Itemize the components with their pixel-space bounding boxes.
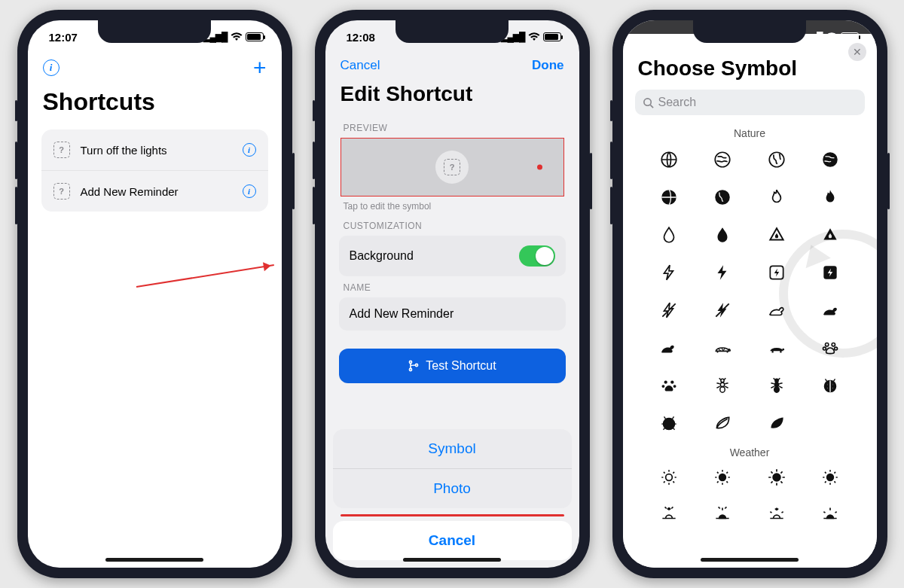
- shortcut-label: Add New Reminder: [81, 185, 232, 198]
- bolt-icon[interactable]: [643, 260, 696, 285]
- home-indicator[interactable]: [403, 558, 501, 562]
- globe-fill-icon[interactable]: [803, 147, 857, 172]
- background-label: Background: [350, 249, 414, 263]
- svg-point-29: [827, 387, 829, 388]
- svg-point-0: [410, 361, 412, 363]
- section-label-preview: PREVIEW: [325, 117, 579, 138]
- svg-point-17: [670, 381, 673, 384]
- shortcut-placeholder-icon: ?: [53, 183, 70, 200]
- hare-fill-icon[interactable]: [643, 335, 696, 361]
- list-item[interactable]: ? Add New Reminder i: [41, 170, 268, 212]
- shortcut-placeholder-icon: ?: [444, 159, 460, 175]
- globe-icon[interactable]: [643, 147, 696, 172]
- status-time: 12:08: [347, 31, 375, 44]
- background-toggle-row[interactable]: Background: [339, 236, 566, 276]
- search-input[interactable]: Search: [635, 90, 865, 115]
- sunrise-fill-icon[interactable]: [696, 501, 750, 526]
- status-time: 12:07: [49, 31, 78, 44]
- svg-point-31: [664, 419, 675, 430]
- home-indicator[interactable]: [105, 558, 203, 562]
- shortcut-label: Turn off the lights: [81, 144, 232, 157]
- leaf-fill-icon[interactable]: [750, 410, 803, 436]
- symbol-preview[interactable]: ?: [341, 138, 564, 197]
- test-shortcut-label: Test Shortcut: [426, 359, 496, 373]
- drop-fill-icon[interactable]: [696, 222, 750, 248]
- pawprint-fill-icon[interactable]: [643, 373, 696, 398]
- sun-fill-icon[interactable]: [750, 465, 803, 490]
- background-toggle[interactable]: [519, 245, 555, 267]
- item-info-icon[interactable]: i: [243, 143, 256, 157]
- drop-icon[interactable]: [643, 222, 696, 248]
- tortoise-icon[interactable]: [696, 335, 750, 361]
- ladybug-icon[interactable]: [803, 373, 857, 398]
- action-sheet: Symbol Photo: [333, 429, 572, 508]
- flame-icon[interactable]: [750, 184, 803, 210]
- svg-point-32: [666, 474, 673, 481]
- symbol-grid-weather: [623, 463, 877, 526]
- globe-fill-icon[interactable]: [643, 184, 696, 210]
- svg-point-16: [664, 381, 667, 384]
- svg-point-33: [719, 474, 726, 481]
- tortoise-fill-icon[interactable]: [750, 335, 803, 361]
- sunset-icon[interactable]: [750, 501, 803, 526]
- sun-icon[interactable]: [643, 465, 696, 490]
- annotation-arrow: [136, 264, 273, 288]
- globe-icon[interactable]: [696, 147, 750, 172]
- svg-point-7: [823, 152, 838, 167]
- svg-point-30: [832, 387, 833, 388]
- sun-fill-icon[interactable]: [803, 465, 857, 490]
- svg-point-35: [827, 474, 834, 481]
- info-icon[interactable]: i: [43, 59, 60, 76]
- bolt-slash-icon[interactable]: [643, 297, 696, 323]
- svg-point-21: [721, 382, 725, 386]
- svg-point-34: [773, 474, 780, 481]
- branch-icon: [408, 360, 420, 372]
- home-indicator[interactable]: [701, 558, 799, 562]
- add-button[interactable]: +: [253, 56, 267, 79]
- globe-icon[interactable]: [750, 147, 803, 172]
- done-button[interactable]: Done: [532, 58, 564, 73]
- status-icons: ▂▄▆█: [799, 32, 858, 42]
- bolt-fill-icon[interactable]: [696, 260, 750, 285]
- svg-point-28: [832, 384, 833, 385]
- flame-fill-icon[interactable]: [803, 184, 857, 210]
- cancel-button[interactable]: Cancel: [341, 58, 380, 73]
- svg-point-22: [720, 387, 725, 393]
- shortcut-placeholder-icon: ?: [53, 142, 70, 158]
- sunrise-icon[interactable]: [643, 501, 696, 526]
- search-placeholder: Search: [658, 96, 697, 109]
- leaf-icon[interactable]: [696, 410, 750, 436]
- status-icons: ▂▄▆█: [501, 32, 560, 42]
- svg-point-25: [774, 387, 779, 393]
- globe-fill-icon[interactable]: [696, 184, 750, 210]
- sheet-option-photo[interactable]: Photo: [333, 468, 572, 508]
- sun-fill-icon[interactable]: [696, 465, 750, 490]
- page-title: Edit Shortcut: [325, 81, 579, 117]
- ant-fill-icon[interactable]: [750, 373, 803, 398]
- section-nature: Nature: [623, 120, 877, 144]
- svg-point-3: [643, 98, 650, 105]
- svg-point-23: [774, 379, 777, 382]
- svg-point-5: [716, 152, 731, 167]
- svg-point-6: [769, 152, 784, 167]
- ant-icon[interactable]: [696, 373, 750, 398]
- sheet-option-symbol[interactable]: Symbol: [333, 429, 572, 468]
- svg-point-20: [721, 379, 724, 382]
- svg-point-9: [716, 190, 731, 205]
- name-field[interactable]: Add New Reminder: [339, 297, 566, 331]
- svg-point-24: [774, 382, 778, 386]
- status-icons: ▂▄▆█: [203, 32, 263, 42]
- test-shortcut-button[interactable]: Test Shortcut: [339, 349, 566, 383]
- ladybug-fill-icon[interactable]: [643, 410, 696, 436]
- item-info-icon[interactable]: i: [243, 184, 256, 198]
- shortcut-list: ? Turn off the lights i ? Add New Remind…: [41, 129, 268, 212]
- sunset-fill-icon[interactable]: [803, 501, 857, 526]
- svg-point-19: [673, 385, 676, 388]
- annotation-dot: [537, 165, 542, 170]
- svg-point-1: [410, 368, 412, 370]
- page-title: Shortcuts: [28, 85, 282, 129]
- sheet-cancel-button[interactable]: Cancel: [333, 521, 572, 560]
- list-item[interactable]: ? Turn off the lights i: [41, 129, 268, 170]
- preview-hint: Tap to edit the symbol: [325, 197, 579, 215]
- bolt-slash-fill-icon[interactable]: [696, 297, 750, 323]
